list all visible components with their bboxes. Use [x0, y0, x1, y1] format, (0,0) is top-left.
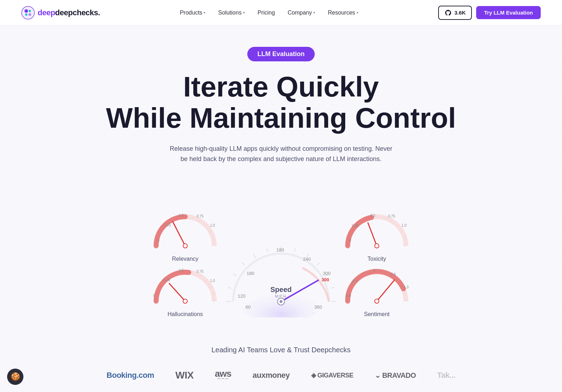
- sentiment-label: Sentiment: [364, 311, 390, 318]
- try-llm-button[interactable]: Try LLM Evaluation: [476, 6, 541, 19]
- brand-aws: aws ⌒⌒⌒: [215, 368, 231, 383]
- svg-point-111: [375, 299, 379, 303]
- gauge-speed: 120 180 180 240 300 60 360 300 Speed MPH: [224, 239, 338, 318]
- svg-line-48: [233, 274, 237, 276]
- brands-row: Booking.com WIX aws ⌒⌒⌒ auxmoney ◈ GIGAV…: [21, 368, 541, 383]
- svg-line-43: [169, 283, 185, 301]
- svg-point-3: [25, 13, 27, 16]
- svg-point-2: [29, 10, 31, 12]
- logo-text: deepdeepchecks.: [38, 8, 100, 17]
- brand-bravado: ⌄ BRAVADO: [375, 371, 416, 380]
- svg-point-1: [24, 9, 28, 13]
- github-button[interactable]: 3.6K: [438, 6, 472, 20]
- svg-line-110: [377, 280, 395, 301]
- svg-text:1.0: 1.0: [210, 279, 215, 283]
- svg-line-47: [228, 287, 231, 288]
- svg-text:360: 360: [314, 304, 322, 310]
- svg-text:0.25: 0.25: [164, 223, 171, 227]
- svg-text:-0.5: -0.5: [351, 279, 358, 283]
- hero-title-line2: While Maintaining Control: [106, 102, 456, 134]
- relevancy-label: Relevancy: [172, 256, 199, 262]
- hero-section: LLM Evaluation Iterate Quickly While Mai…: [0, 26, 562, 196]
- nav-item-products[interactable]: Products▾: [180, 10, 205, 16]
- svg-text:0.75: 0.75: [197, 214, 204, 218]
- gauge-hallucinations: 0 0.25 0.5 0.75 1.0 Hallucinations: [150, 266, 221, 318]
- brand-auxmoney: auxmoney: [253, 371, 290, 380]
- svg-text:120: 120: [238, 293, 246, 299]
- svg-line-50: [254, 254, 256, 258]
- chevron-down-icon: ▾: [357, 11, 358, 15]
- github-count: 3.6K: [454, 10, 466, 16]
- svg-text:~1.0: ~1.0: [402, 285, 409, 289]
- svg-text:1.0: 1.0: [402, 223, 407, 227]
- svg-text:0.25: 0.25: [352, 224, 359, 228]
- gauges-section: 0 0.25 0.5 0.75 1.0 Relevancy: [0, 196, 562, 328]
- svg-point-24: [183, 244, 187, 248]
- svg-text:0: 0: [373, 269, 375, 272]
- github-icon: [445, 9, 452, 16]
- hallucinations-gauge-svg: 0 0.25 0.5 0.75 1.0: [150, 266, 221, 308]
- logo-icon: [21, 6, 35, 20]
- svg-text:0.5: 0.5: [179, 269, 184, 272]
- brand-gigaverse: ◈ GIGAVERSE: [311, 371, 353, 379]
- brand-booking: Booking.com: [106, 371, 154, 380]
- svg-line-90: [368, 223, 377, 246]
- svg-text:0.75: 0.75: [388, 214, 395, 218]
- svg-text:0.75: 0.75: [197, 270, 204, 274]
- svg-text:0: 0: [158, 238, 160, 242]
- svg-text:60: 60: [246, 304, 250, 310]
- hero-title-line1: Iterate Quickly: [183, 71, 379, 103]
- nav-item-company[interactable]: Company▾: [288, 10, 315, 16]
- toxicity-gauge-svg: 0 0.25 0.5 0.75 1.0: [341, 210, 412, 253]
- svg-point-69: [280, 300, 282, 303]
- svg-point-91: [375, 244, 379, 248]
- svg-text:-1.0: -1.0: [345, 294, 351, 298]
- svg-text:180: 180: [276, 247, 284, 253]
- speed-gauge-svg: 120 180 180 240 300 60 360 300 Speed MPH: [224, 239, 338, 318]
- nav-links: Products▾ Solutions▾ Pricing Company▾ Re…: [180, 10, 358, 16]
- svg-line-23: [173, 222, 185, 246]
- svg-line-53: [294, 248, 296, 252]
- chevron-down-icon: ▾: [204, 11, 205, 15]
- gauge-relevancy: 0 0.25 0.5 0.75 1.0 Relevancy: [150, 210, 221, 262]
- gauge-sentiment: -1.0 -0.5 0 0.5 ~1.0 Sentiment: [341, 266, 412, 318]
- svg-text:0.25: 0.25: [163, 278, 170, 282]
- hero-subtitle: Release high-quality LLM apps quickly wi…: [167, 144, 395, 164]
- nav-actions: 3.6K Try LLM Evaluation: [438, 6, 541, 20]
- svg-line-51: [267, 248, 268, 252]
- chevron-down-icon: ▾: [313, 11, 315, 15]
- chevron-down-icon: ▾: [243, 11, 245, 15]
- brands-title: Leading AI Teams Love & Trust Deepchecks: [21, 346, 541, 354]
- svg-text:1.0: 1.0: [210, 223, 215, 227]
- relevancy-gauge-svg: 0 0.25 0.5 0.75 1.0: [150, 210, 221, 253]
- svg-text:240: 240: [303, 256, 311, 262]
- hero-title: Iterate Quickly While Maintaining Contro…: [7, 71, 555, 134]
- svg-point-4: [28, 13, 31, 16]
- svg-point-0: [22, 6, 34, 19]
- cookie-icon: 🍪: [11, 372, 20, 381]
- svg-text:0.5: 0.5: [179, 214, 184, 217]
- svg-text:0.5: 0.5: [391, 272, 396, 276]
- hero-badge: LLM Evaluation: [247, 47, 314, 61]
- nav-item-pricing[interactable]: Pricing: [258, 10, 275, 16]
- brand-wix: WIX: [175, 370, 193, 381]
- svg-line-55: [318, 263, 320, 265]
- cookie-consent-button[interactable]: 🍪: [7, 369, 23, 385]
- hallucinations-label: Hallucinations: [167, 311, 203, 318]
- svg-text:180: 180: [247, 271, 254, 276]
- svg-line-57: [331, 287, 334, 288]
- logo[interactable]: deepdeepchecks.: [21, 6, 100, 20]
- svg-point-44: [183, 299, 187, 303]
- gauge-toxicity: 0 0.25 0.5 0.75 1.0 Toxicity: [341, 210, 412, 262]
- svg-line-49: [242, 263, 244, 265]
- nav-item-resources[interactable]: Resources▾: [328, 10, 358, 16]
- nav-item-solutions[interactable]: Solutions▾: [218, 10, 245, 16]
- svg-text:300: 300: [321, 277, 329, 282]
- svg-text:Speed: Speed: [270, 286, 292, 293]
- svg-text:0: 0: [349, 238, 351, 242]
- sentiment-gauge-svg: -1.0 -0.5 0 0.5 ~1.0: [341, 266, 412, 308]
- brands-section: Leading AI Teams Love & Trust Deepchecks…: [0, 328, 562, 392]
- toxicity-label: Toxicity: [368, 256, 386, 262]
- navbar: deepdeepchecks. Products▾ Solutions▾ Pri…: [0, 0, 562, 26]
- svg-text:300: 300: [323, 271, 331, 276]
